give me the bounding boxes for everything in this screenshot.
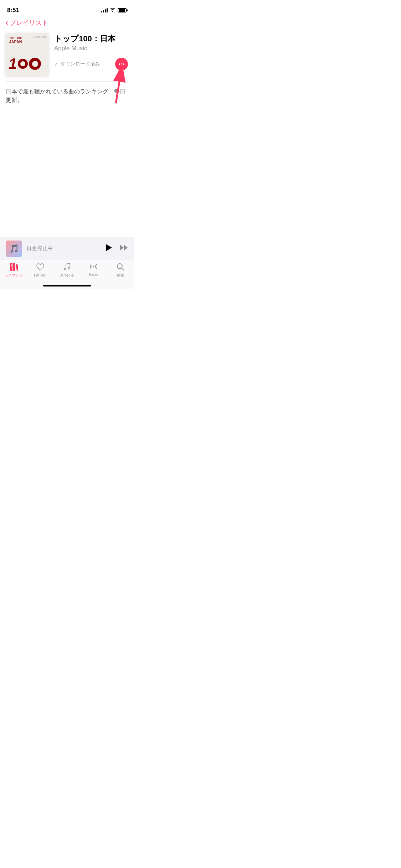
battery-icon bbox=[118, 8, 127, 12]
heart-icon bbox=[36, 263, 45, 272]
status-icons bbox=[101, 8, 127, 13]
tab-radio-label: Radio bbox=[89, 273, 98, 277]
description: 日本で最も聴かれている曲のランキング。毎日更新。 bbox=[0, 82, 134, 110]
playlist-subtitle: Apple Music bbox=[54, 45, 128, 52]
back-chevron-icon: ‹ bbox=[6, 19, 8, 27]
svg-point-7 bbox=[68, 268, 70, 269]
signal-icon bbox=[101, 8, 108, 12]
tab-radio[interactable]: Radio bbox=[80, 263, 107, 277]
checkmark-icon: ✓ bbox=[54, 62, 58, 67]
more-button[interactable] bbox=[115, 58, 128, 71]
tab-for-you-label: For You bbox=[34, 273, 46, 278]
back-label: プレイリスト bbox=[10, 19, 48, 27]
tab-search[interactable]: 検索 bbox=[107, 263, 134, 278]
back-nav[interactable]: ‹ プレイリスト bbox=[0, 16, 134, 30]
music-note-browse-icon bbox=[63, 263, 71, 272]
mini-player-art: 🎵 bbox=[6, 241, 22, 257]
svg-rect-3 bbox=[10, 263, 12, 264]
status-bar: 8:51 bbox=[0, 0, 134, 16]
download-status: ✓ ダウンロード済み bbox=[54, 61, 100, 67]
action-row: ✓ ダウンロード済み bbox=[54, 58, 128, 71]
svg-point-8 bbox=[93, 266, 94, 267]
album-header: TOP 100 JAPAN  APPLE MUSIC 1 bbox=[0, 30, 134, 81]
wifi-icon bbox=[110, 8, 115, 13]
tab-search-label: 検索 bbox=[117, 273, 124, 278]
play-button[interactable] bbox=[105, 244, 112, 254]
tab-browse-label: 見つける bbox=[60, 273, 74, 278]
svg-point-6 bbox=[64, 268, 66, 270]
mini-player-title: 再生停止中 bbox=[26, 245, 101, 252]
forward-button[interactable] bbox=[119, 244, 128, 253]
tab-for-you[interactable]: For You bbox=[27, 263, 53, 278]
album-art: TOP 100 JAPAN  APPLE MUSIC 1 bbox=[6, 33, 48, 76]
svg-line-10 bbox=[122, 268, 124, 271]
library-icon bbox=[9, 263, 18, 272]
art-country-label: JAPAN bbox=[9, 40, 22, 44]
apple-music-text: APPLE MUSIC bbox=[34, 36, 46, 38]
svg-rect-5 bbox=[16, 264, 18, 271]
download-label: ダウンロード済み bbox=[60, 61, 100, 67]
radio-icon bbox=[89, 263, 98, 272]
art-top-label: TOP 100 bbox=[9, 36, 22, 40]
more-dots-icon bbox=[119, 63, 124, 65]
home-indicator bbox=[43, 285, 91, 286]
status-time: 8:51 bbox=[7, 7, 19, 14]
tab-library-label: ライブラリ bbox=[5, 273, 22, 278]
album-info: トップ100：日本 Apple Music ✓ ダウンロード済み bbox=[54, 33, 128, 71]
tab-library[interactable]: ライブラリ bbox=[0, 263, 27, 278]
search-icon bbox=[117, 263, 124, 272]
svg-rect-4 bbox=[13, 263, 15, 271]
playlist-title: トップ100：日本 bbox=[54, 34, 128, 43]
apple-music-badge:  APPLE MUSIC bbox=[33, 36, 46, 38]
tab-browse[interactable]: 見つける bbox=[53, 263, 80, 278]
mini-player-controls bbox=[105, 244, 128, 254]
music-note-icon: 🎵 bbox=[9, 244, 19, 253]
mini-player[interactable]: 🎵 再生停止中 bbox=[0, 237, 134, 260]
